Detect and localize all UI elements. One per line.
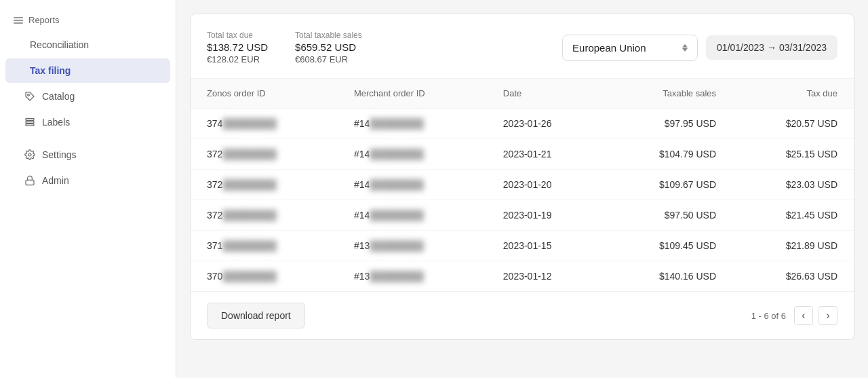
col-merchant-id: Merchant order ID <box>338 79 487 109</box>
prev-page-button[interactable]: ‹ <box>794 306 813 325</box>
tax-due-cell: $26.63 USD <box>732 261 854 292</box>
tax-due-cell: $21.89 USD <box>732 231 854 261</box>
total-sales-block: Total taxable sales $659.52 USD €608.67 … <box>295 31 362 64</box>
table-body: 374████████ #14████████ 2023-01-26 $97.9… <box>191 109 854 292</box>
order-id-cell: 374████████ <box>191 109 338 139</box>
card-footer: Download report 1 - 6 of 6 ‹ › <box>191 291 854 339</box>
col-order-id: Zonos order ID <box>191 79 338 109</box>
table-row: 372████████ #14████████ 2023-01-19 $97.5… <box>191 200 854 231</box>
order-id-cell: 372████████ <box>191 170 338 200</box>
svg-rect-1 <box>26 119 34 121</box>
sidebar-item-settings[interactable]: Settings <box>5 143 170 167</box>
merchant-id-cell: #13████████ <box>338 231 487 261</box>
tax-due-cell: $23.03 USD <box>732 170 854 200</box>
reconciliation-label: Reconciliation <box>30 39 89 50</box>
svg-rect-3 <box>26 124 34 126</box>
merchant-id-cell: #14████████ <box>338 139 487 170</box>
date-cell: 2023-01-20 <box>487 170 604 200</box>
merchant-id-cell: #14████████ <box>338 200 487 231</box>
sidebar-section-label: Reports <box>28 15 60 25</box>
table-row: 371████████ #13████████ 2023-01-15 $109.… <box>191 231 854 261</box>
date-range-display: 01/01/2023 → 03/31/2023 <box>706 35 837 60</box>
taxable-sales-cell: $140.16 USD <box>604 261 732 292</box>
tax-due-cell: $20.57 USD <box>732 109 854 139</box>
svg-rect-2 <box>26 121 34 124</box>
date-cell: 2023-01-26 <box>487 109 604 139</box>
order-id-cell: 372████████ <box>191 139 338 170</box>
tax-filing-card: Total tax due $138.72 USD €128.02 EUR To… <box>190 14 854 340</box>
svg-point-0 <box>28 94 30 96</box>
date-cell: 2023-01-21 <box>487 139 604 170</box>
chevrons-icon <box>682 44 688 52</box>
col-taxable-sales: Taxable sales <box>604 79 732 109</box>
lock-icon <box>24 175 35 186</box>
merchant-id-cell: #14████████ <box>338 109 487 139</box>
sidebar-item-reconciliation[interactable]: Reconciliation <box>5 33 170 57</box>
taxable-sales-cell: $109.45 USD <box>604 231 732 261</box>
orders-table-container: Zonos order ID Merchant order ID Date Ta… <box>191 79 854 291</box>
date-cell: 2023-01-19 <box>487 200 604 231</box>
header-controls: European Union 01/01/2023 → 03/31/2023 <box>562 35 837 61</box>
col-date: Date <box>487 79 604 109</box>
admin-label: Admin <box>42 175 69 186</box>
table-row: 374████████ #14████████ 2023-01-26 $97.9… <box>191 109 854 139</box>
total-tax-label: Total tax due <box>207 31 268 40</box>
total-tax-eur: €128.02 EUR <box>207 54 268 64</box>
svg-point-4 <box>28 153 31 156</box>
taxable-sales-cell: $109.67 USD <box>604 170 732 200</box>
region-value: European Union <box>572 42 646 54</box>
order-id-cell: 370████████ <box>191 261 338 292</box>
tax-due-cell: $25.15 USD <box>732 139 854 170</box>
svg-rect-5 <box>26 180 34 185</box>
total-sales-eur: €608.67 EUR <box>295 54 362 64</box>
date-cell: 2023-01-15 <box>487 231 604 261</box>
date-cell: 2023-01-12 <box>487 261 604 292</box>
tag-icon <box>24 91 35 102</box>
card-header: Total tax due $138.72 USD €128.02 EUR To… <box>191 14 854 79</box>
total-sales-usd: $659.52 USD <box>295 41 362 53</box>
label-icon <box>24 117 35 128</box>
order-id-cell: 372████████ <box>191 200 338 231</box>
table-row: 372████████ #14████████ 2023-01-20 $109.… <box>191 170 854 200</box>
tax-filing-label: Tax filing <box>30 65 71 76</box>
total-tax-usd: $138.72 USD <box>207 41 268 53</box>
reports-icon <box>14 17 23 24</box>
tax-due-cell: $21.45 USD <box>732 200 854 231</box>
sidebar-item-catalog[interactable]: Catalog <box>5 84 170 109</box>
col-tax-due: Tax due <box>732 79 854 109</box>
download-report-button[interactable]: Download report <box>207 303 305 328</box>
pagination-info: 1 - 6 of 6 <box>751 311 786 321</box>
taxable-sales-cell: $97.50 USD <box>604 200 732 231</box>
taxable-sales-cell: $104.79 USD <box>604 139 732 170</box>
sidebar-item-admin[interactable]: Admin <box>5 168 170 193</box>
gear-icon <box>24 149 35 160</box>
main-content: Total tax due $138.72 USD €128.02 EUR To… <box>176 0 868 378</box>
taxable-sales-cell: $97.95 USD <box>604 109 732 139</box>
table-header: Zonos order ID Merchant order ID Date Ta… <box>191 79 854 109</box>
sidebar-section-reports: Reports <box>0 8 176 32</box>
order-id-cell: 371████████ <box>191 231 338 261</box>
sidebar-item-tax-filing[interactable]: Tax filing <box>5 58 170 83</box>
pagination: 1 - 6 of 6 ‹ › <box>751 306 837 325</box>
sidebar: Reports Reconciliation Tax filing Catalo… <box>0 0 176 378</box>
table-row: 370████████ #13████████ 2023-01-12 $140.… <box>191 261 854 292</box>
settings-label: Settings <box>42 149 77 160</box>
region-selector[interactable]: European Union <box>562 35 698 61</box>
next-page-button[interactable]: › <box>818 306 837 325</box>
table-row: 372████████ #14████████ 2023-01-21 $104.… <box>191 139 854 170</box>
sidebar-item-labels[interactable]: Labels <box>5 110 170 134</box>
total-tax-block: Total tax due $138.72 USD €128.02 EUR <box>207 31 268 64</box>
orders-table: Zonos order ID Merchant order ID Date Ta… <box>191 79 854 291</box>
catalog-label: Catalog <box>42 91 75 102</box>
merchant-id-cell: #14████████ <box>338 170 487 200</box>
merchant-id-cell: #13████████ <box>338 261 487 292</box>
labels-label: Labels <box>42 117 70 128</box>
total-sales-label: Total taxable sales <box>295 31 362 40</box>
